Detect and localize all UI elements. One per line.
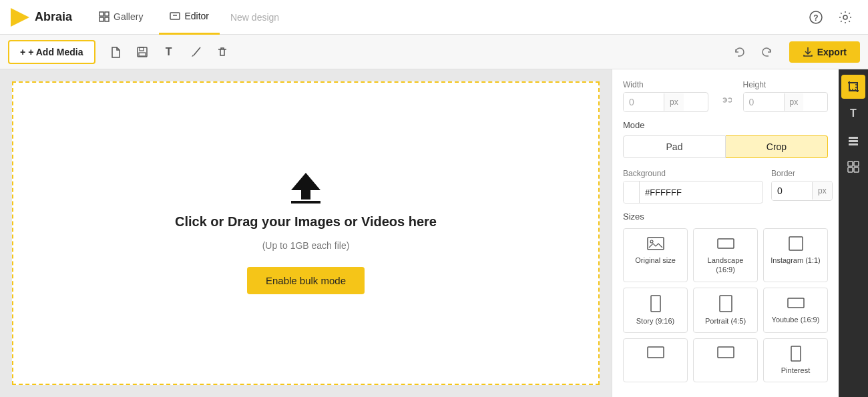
dimensions-row: Width px Height px: [623, 80, 828, 112]
svg-text:?: ?: [813, 13, 818, 23]
story-icon: [650, 295, 661, 312]
size-pinterest[interactable]: Pinterest: [763, 338, 828, 382]
svg-rect-5: [170, 13, 180, 19]
canvas-area[interactable]: Click or Drag your Images or Videos here…: [0, 69, 612, 397]
size-landscape[interactable]: Landscape (16:9): [693, 228, 758, 282]
sidebar-text-button[interactable]: T: [841, 101, 865, 125]
width-input[interactable]: [624, 93, 664, 111]
link-dimensions-icon[interactable]: [716, 91, 735, 109]
sizes-label: Sizes: [623, 212, 828, 222]
svg-rect-23: [791, 346, 801, 361]
sizes-section: Sizes Original size: [623, 212, 828, 382]
bg-color-input[interactable]: [640, 183, 763, 202]
help-button[interactable]: ?: [804, 5, 828, 29]
bulk-mode-button[interactable]: Enable bulk mode: [247, 267, 365, 294]
svg-rect-26: [849, 140, 858, 142]
height-field: Height px: [743, 80, 829, 112]
main-layout: Click or Drag your Images or Videos here…: [0, 69, 868, 397]
undo-icon: [734, 46, 746, 58]
sidebar-menu-button[interactable]: [841, 155, 865, 179]
svg-rect-19: [720, 296, 732, 312]
settings-icon: [839, 11, 852, 24]
svg-rect-12: [139, 53, 146, 56]
logo-text: Abraia: [35, 10, 72, 24]
border-field: Border px: [771, 169, 833, 204]
svg-rect-1: [99, 12, 103, 16]
size-landscape-label: Landscape (16:9): [698, 256, 753, 275]
menu-icon: [847, 160, 860, 173]
mode-label: Mode: [623, 120, 828, 130]
svg-rect-21: [648, 347, 664, 358]
new-design-tab[interactable]: New design: [230, 12, 279, 23]
gallery-tab-label: Gallery: [114, 11, 143, 22]
save-icon: [136, 46, 148, 58]
border-unit: px: [812, 182, 832, 200]
file-button[interactable]: [103, 40, 128, 64]
toolbar: + + Add Media T: [0, 35, 868, 69]
original-size-icon: [646, 236, 665, 252]
size-extra1[interactable]: [623, 338, 688, 382]
bg-color-swatch[interactable]: [624, 181, 640, 203]
undo-redo-group: [728, 40, 779, 64]
sizes-grid: Original size Landscape (16:9): [623, 228, 828, 382]
size-extra2[interactable]: [693, 338, 758, 382]
svg-marker-0: [11, 8, 29, 27]
svg-rect-17: [789, 237, 803, 250]
svg-line-13: [194, 47, 200, 55]
size-instagram[interactable]: Instagram (1:1): [763, 228, 828, 282]
canvas-container[interactable]: Click or Drag your Images or Videos here…: [12, 81, 600, 385]
size-portrait[interactable]: Portrait (4:5): [693, 288, 758, 333]
text-button[interactable]: T: [157, 40, 181, 64]
draw-button[interactable]: [184, 40, 208, 64]
right-panel: Width px Height px Mode: [612, 69, 839, 397]
pad-mode-button[interactable]: Pad: [623, 135, 726, 158]
size-youtube[interactable]: Youtube (16:9): [763, 288, 828, 333]
canvas-sub-text: (Up to 1GB each file): [262, 240, 350, 251]
svg-rect-18: [651, 296, 660, 312]
sidebar-crop-button[interactable]: [841, 75, 865, 99]
height-input[interactable]: [744, 93, 784, 111]
settings-button[interactable]: [833, 5, 857, 29]
svg-rect-27: [849, 143, 858, 145]
size-portrait-label: Portrait (4:5): [705, 316, 746, 326]
crop-icon: [847, 80, 860, 93]
size-original-label: Original size: [635, 256, 676, 265]
background-label: Background: [623, 169, 763, 178]
save-button[interactable]: [130, 40, 154, 64]
svg-rect-16: [718, 239, 734, 248]
bg-color-row: [623, 181, 763, 204]
width-unit: px: [664, 93, 684, 111]
bg-border-row: Background Border px: [623, 169, 828, 204]
redo-icon: [761, 46, 773, 58]
size-original[interactable]: Original size: [623, 228, 688, 282]
gallery-icon: [99, 11, 110, 22]
svg-rect-29: [854, 161, 859, 166]
redo-button[interactable]: [754, 40, 779, 64]
border-input[interactable]: [772, 181, 812, 200]
delete-button[interactable]: [210, 40, 234, 64]
add-media-button[interactable]: + + Add Media: [8, 40, 95, 64]
size-story-label: Story (9:16): [636, 316, 674, 326]
background-field: Background: [623, 169, 763, 204]
nav-tab-gallery[interactable]: Gallery: [88, 0, 154, 35]
svg-rect-24: [849, 83, 856, 89]
svg-rect-2: [105, 12, 109, 16]
mode-buttons: Pad Crop: [623, 135, 828, 158]
sidebar-layers-button[interactable]: [841, 128, 865, 152]
width-input-row: px: [623, 92, 708, 112]
svg-rect-20: [788, 298, 804, 308]
crop-mode-button[interactable]: Crop: [726, 135, 828, 158]
mode-section: Mode Pad Crop: [623, 120, 828, 158]
export-icon: [803, 47, 813, 57]
svg-rect-14: [648, 238, 664, 250]
undo-button[interactable]: [728, 40, 752, 64]
nav-tab-editor[interactable]: Editor: [159, 0, 220, 35]
export-button[interactable]: Export: [789, 41, 860, 63]
size-story[interactable]: Story (9:16): [623, 288, 688, 333]
extra2-icon: [716, 346, 735, 359]
svg-rect-4: [105, 17, 109, 21]
height-input-row: px: [743, 92, 829, 112]
svg-rect-28: [848, 161, 853, 166]
svg-rect-25: [849, 137, 858, 139]
upload-icon-container: [291, 173, 320, 204]
